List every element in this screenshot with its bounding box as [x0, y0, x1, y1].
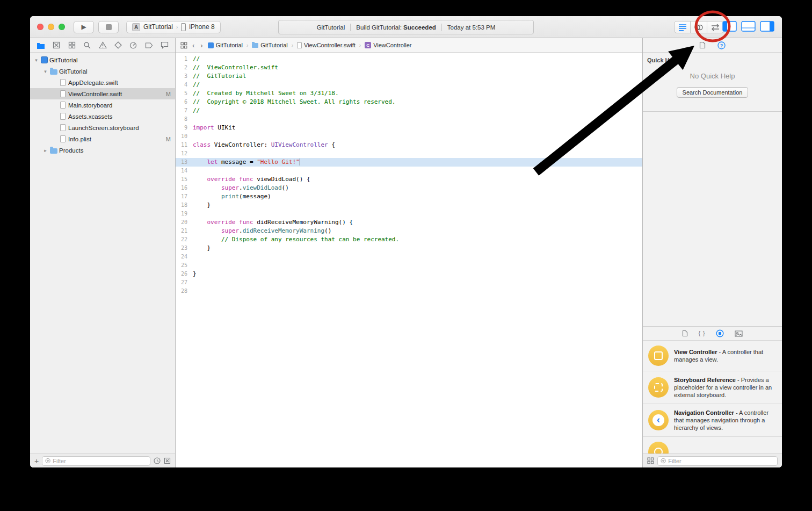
code-snippet-library-icon[interactable]: { } — [699, 330, 705, 336]
code-line-20[interactable]: 20 override func didReceiveMemoryWarning… — [176, 218, 642, 227]
code-line-4[interactable]: 4// — [176, 81, 642, 89]
line-number: 15 — [176, 175, 193, 184]
xcode-window: ▶ A GitTutorial › iPhone 8 GitTutorial B… — [30, 16, 782, 467]
recent-files-clock-icon[interactable] — [154, 457, 161, 464]
tree-item-launchscreen-storyboard[interactable]: LaunchScreen.storyboard — [30, 122, 175, 133]
tree-item-gittutorial[interactable]: ▾GitTutorial — [30, 66, 175, 77]
scm-filter-icon[interactable] — [164, 457, 171, 464]
library-item-partial[interactable] — [643, 437, 782, 454]
grid-view-icon[interactable] — [647, 457, 654, 464]
breadcrumb-group[interactable]: GitTutorial — [252, 42, 287, 48]
breadcrumb-symbol[interactable]: C ViewController — [365, 42, 411, 48]
code-line-22[interactable]: 22 // Dispose of any resources that can … — [176, 235, 642, 244]
code-line-1[interactable]: 1// — [176, 55, 642, 63]
tree-item-products[interactable]: ▸Products — [30, 145, 175, 156]
tree-item-gittutorial[interactable]: ▾GitTutorial — [30, 54, 175, 66]
stop-button[interactable] — [98, 21, 119, 33]
code-line-19[interactable]: 19 — [176, 210, 642, 218]
code-line-9[interactable]: 9import UIKit — [176, 124, 642, 132]
tree-item-appdelegate-swift[interactable]: AppDelegate.swift — [30, 77, 175, 88]
code-line-12[interactable]: 12 — [176, 149, 642, 158]
code-lines: 1//2// ViewController.swift3// GitTutori… — [176, 55, 642, 296]
find-navigator-icon[interactable] — [83, 41, 91, 49]
navigator-filter-field[interactable] — [42, 456, 150, 466]
source-editor[interactable]: 1//2// ViewController.swift3// GitTutori… — [176, 53, 642, 467]
file-inspector-icon[interactable] — [699, 41, 706, 49]
debug-navigator-icon[interactable] — [129, 41, 137, 49]
code-line-16[interactable]: 16 super.viewDidLoad() — [176, 184, 642, 192]
toggle-navigator-button[interactable] — [722, 21, 737, 32]
object-library-icon[interactable] — [716, 329, 724, 337]
issue-navigator-icon[interactable] — [99, 41, 107, 49]
tree-item-assets-xcassets[interactable]: Assets.xcassets — [30, 111, 175, 122]
source-control-navigator-icon[interactable] — [53, 41, 60, 49]
toggle-inspectors-button[interactable] — [760, 21, 774, 32]
code-line-14[interactable]: 14 — [176, 167, 642, 175]
code-line-24[interactable]: 24 — [176, 253, 642, 261]
code-line-3[interactable]: 3// GitTutorial — [176, 72, 642, 81]
code-line-26[interactable]: 26} — [176, 270, 642, 278]
minimize-window-button[interactable] — [48, 24, 54, 30]
code-line-8[interactable]: 8 — [176, 115, 642, 124]
related-items-icon[interactable] — [180, 42, 187, 49]
library-item-storyboard-reference[interactable]: Storyboard Reference - Provides a placeh… — [643, 371, 782, 404]
code-line-28[interactable]: 28 — [176, 287, 642, 296]
code-line-18[interactable]: 18 } — [176, 201, 642, 210]
report-navigator-icon[interactable] — [161, 41, 169, 49]
code-line-5[interactable]: 5// Created by Mitchell Sweet on 3/31/18… — [176, 89, 642, 98]
tree-item-main-storyboard[interactable]: Main.storyboard — [30, 99, 175, 111]
breadcrumb-project[interactable]: GitTutorial — [208, 42, 243, 48]
line-number: 4 — [176, 81, 193, 89]
search-documentation-button[interactable]: Search Documentation — [677, 87, 749, 98]
disclosure-triangle-icon[interactable]: ▸ — [42, 148, 48, 153]
back-button[interactable]: ‹ — [191, 41, 195, 49]
stop-icon — [106, 24, 112, 30]
utilities-panel: ? Quick Help No Quick Help Search Docume… — [642, 38, 782, 467]
run-button[interactable]: ▶ — [74, 21, 94, 33]
code-line-11[interactable]: 11class ViewController: UIViewController… — [176, 141, 642, 149]
code-line-7[interactable]: 7// — [176, 106, 642, 115]
library-filter-input[interactable] — [668, 458, 774, 464]
tree-item-info-plist[interactable]: Info.plistM — [30, 133, 175, 145]
folder-icon — [252, 43, 258, 48]
quick-help-inspector-icon[interactable]: ? — [717, 41, 726, 49]
object-icon — [648, 346, 669, 366]
code-line-21[interactable]: 21 super.didReceiveMemoryWarning() — [176, 227, 642, 235]
code-line-23[interactable]: 23 } — [176, 244, 642, 253]
version-editor-button[interactable] — [707, 21, 724, 33]
code-line-10[interactable]: 10 — [176, 132, 642, 141]
symbol-navigator-icon[interactable] — [68, 41, 76, 49]
code-line-15[interactable]: 15 override func viewDidLoad() { — [176, 175, 642, 184]
project-navigator-icon[interactable] — [37, 41, 45, 49]
breadcrumb-file[interactable]: ViewController.swift — [297, 42, 356, 48]
library-filter-field[interactable] — [657, 456, 778, 466]
class-icon: C — [365, 42, 371, 48]
navigator-filter-input[interactable] — [53, 458, 147, 464]
assistant-editor-button[interactable] — [691, 21, 707, 33]
disclosure-triangle-icon[interactable]: ▾ — [33, 57, 39, 63]
code-line-6[interactable]: 6// Copyright © 2018 Mitchell Sweet. All… — [176, 98, 642, 106]
line-number: 23 — [176, 244, 193, 253]
file-template-library-icon[interactable] — [682, 330, 688, 337]
code-text — [193, 149, 642, 158]
zoom-window-button[interactable] — [59, 24, 65, 30]
library-item-view-controller[interactable]: View Controller - A controller that mana… — [643, 341, 782, 371]
tree-item-viewcontroller-swift[interactable]: ViewController.swiftM — [30, 88, 175, 99]
disclosure-triangle-icon[interactable]: ▾ — [42, 69, 48, 74]
status-project: GitTutorial — [317, 24, 345, 31]
code-line-25[interactable]: 25 — [176, 261, 642, 270]
code-line-17[interactable]: 17 print(message) — [176, 192, 642, 201]
media-library-icon[interactable] — [735, 330, 743, 337]
add-icon[interactable]: + — [34, 457, 39, 465]
close-window-button[interactable] — [37, 24, 44, 30]
code-line-13[interactable]: 13 let message = "Hello Git!" — [176, 158, 642, 167]
standard-editor-button[interactable] — [674, 21, 691, 33]
code-line-2[interactable]: 2// ViewController.swift — [176, 63, 642, 72]
scheme-selector[interactable]: A GitTutorial › iPhone 8 — [126, 21, 221, 33]
toggle-debug-area-button[interactable] — [741, 21, 756, 32]
breakpoint-navigator-icon[interactable] — [145, 42, 153, 49]
forward-button[interactable]: › — [199, 41, 204, 49]
test-navigator-icon[interactable] — [114, 41, 122, 49]
library-item-navigation-controller[interactable]: ‹Navigation Controller - A controller th… — [643, 404, 782, 437]
code-line-27[interactable]: 27 — [176, 278, 642, 287]
